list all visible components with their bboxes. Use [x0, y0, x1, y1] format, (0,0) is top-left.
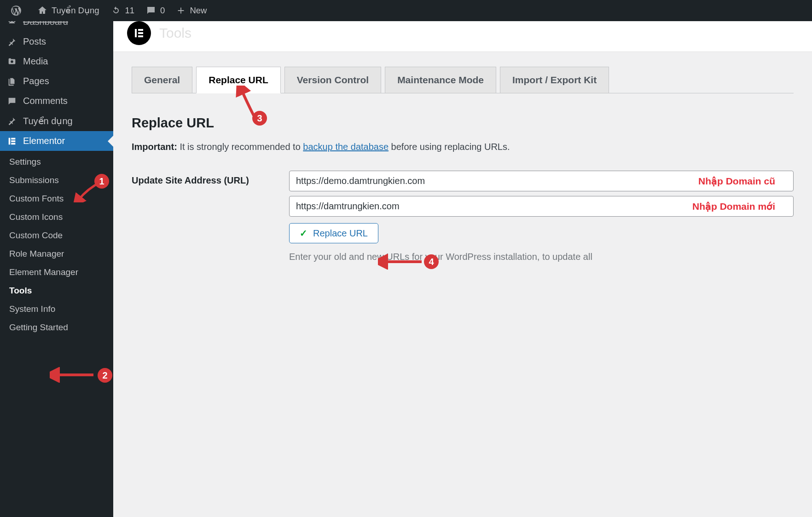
site-name[interactable]: Tuyển Dụng	[31, 0, 105, 21]
comments-bubble[interactable]: 0	[140, 0, 170, 21]
svg-rect-2	[11, 138, 15, 139]
comments-count: 0	[160, 6, 165, 16]
section-heading: Replace URL	[132, 115, 794, 131]
tab-general[interactable]: General	[132, 67, 192, 93]
form-label: Update Site Address (URL)	[132, 171, 289, 186]
new-url-input[interactable]	[289, 196, 794, 217]
annotation-badge-3: 3	[252, 111, 267, 126]
sidebar-label: Pages	[23, 76, 49, 86]
site-name-label: Tuyển Dụng	[52, 6, 99, 16]
tab-version-control[interactable]: Version Control	[284, 67, 381, 93]
wordpress-icon	[10, 5, 22, 17]
svg-rect-7	[138, 32, 143, 34]
sidebar-label: Dashboard	[23, 21, 68, 27]
submenu-tools[interactable]: Tools	[0, 281, 113, 300]
svg-rect-5	[135, 29, 137, 37]
submenu-settings[interactable]: Settings	[0, 153, 113, 171]
backup-link[interactable]: backup the database	[303, 142, 389, 152]
comment-icon	[6, 96, 18, 106]
sidebar-label: Comments	[23, 96, 68, 106]
updates-count: 11	[125, 6, 135, 16]
page-title: Tools	[159, 25, 191, 41]
sidebar-item-posts[interactable]: Posts	[0, 32, 113, 52]
home-icon	[37, 5, 48, 16]
important-note: Important: It is strongly recommended to…	[132, 142, 794, 152]
tabs: General Replace URL Version Control Main…	[132, 67, 794, 93]
admin-sidebar: Dashboard Posts Media Pages Comments Tuy…	[0, 21, 113, 517]
elementor-icon	[6, 136, 18, 146]
update-icon	[110, 5, 122, 16]
important-text-2: before using replacing URLs.	[389, 142, 510, 152]
submenu-element-manager[interactable]: Element Manager	[0, 263, 113, 281]
submenu-system-info[interactable]: System Info	[0, 300, 113, 318]
replace-button-label: Replace URL	[313, 228, 368, 239]
annotation-badge-4: 4	[424, 254, 439, 269]
svg-rect-3	[11, 140, 15, 142]
wp-logo[interactable]	[5, 0, 31, 21]
sidebar-label: Media	[23, 56, 48, 67]
svg-rect-8	[138, 35, 143, 37]
pin-icon	[6, 37, 18, 47]
svg-rect-6	[138, 29, 143, 31]
comment-icon	[145, 5, 157, 16]
new-content[interactable]: New	[170, 0, 212, 21]
pages-icon	[6, 76, 18, 86]
submenu-getting-started[interactable]: Getting Started	[0, 318, 113, 337]
tab-import-export[interactable]: Import / Export Kit	[500, 67, 609, 93]
submenu-custom-icons[interactable]: Custom Icons	[0, 208, 113, 226]
important-text-1: It is strongly recommended to	[177, 142, 303, 152]
content-area: Tools General Replace URL Version Contro…	[113, 21, 812, 517]
media-icon	[6, 57, 18, 67]
sidebar-label: Tuyển dụng	[23, 115, 73, 126]
sidebar-item-media[interactable]: Media	[0, 52, 113, 71]
sidebar-item-elementor[interactable]: Elementor	[0, 131, 113, 151]
plus-icon	[176, 6, 186, 16]
new-label: New	[190, 6, 207, 16]
important-prefix: Important:	[132, 142, 177, 152]
dashboard-icon	[6, 21, 18, 27]
sidebar-label: Posts	[23, 36, 46, 47]
pin-icon	[6, 116, 18, 126]
svg-rect-1	[9, 138, 11, 144]
updates[interactable]: 11	[105, 0, 140, 21]
check-icon: ✓	[300, 228, 307, 239]
help-text: Enter your old and new URLs for your Wor…	[289, 252, 794, 262]
sidebar-item-dashboard[interactable]: Dashboard	[0, 21, 113, 32]
sidebar-item-comments[interactable]: Comments	[0, 91, 113, 111]
replace-url-button[interactable]: ✓ Replace URL	[289, 223, 378, 243]
form-row: Update Site Address (URL) Nhập Domain cũ…	[132, 171, 794, 262]
admin-bar: Tuyển Dụng 11 0 New	[0, 0, 812, 21]
submenu-custom-code[interactable]: Custom Code	[0, 226, 113, 245]
page-title-bar: Tools	[113, 21, 812, 52]
annotation-arrow-2	[50, 367, 96, 383]
sidebar-label: Elementor	[23, 136, 65, 146]
tab-maintenance-mode[interactable]: Maintenance Mode	[385, 67, 496, 93]
svg-point-0	[11, 60, 13, 63]
sidebar-item-pages[interactable]: Pages	[0, 71, 113, 91]
annotation-arrow-4	[378, 254, 424, 270]
annotation-badge-1: 1	[94, 174, 109, 189]
annotation-badge-2: 2	[98, 368, 112, 383]
old-url-input[interactable]	[289, 171, 794, 191]
submenu-role-manager[interactable]: Role Manager	[0, 245, 113, 263]
svg-rect-4	[11, 143, 15, 144]
sidebar-item-tuyen-dung[interactable]: Tuyển dụng	[0, 111, 113, 131]
elementor-logo	[127, 21, 151, 45]
